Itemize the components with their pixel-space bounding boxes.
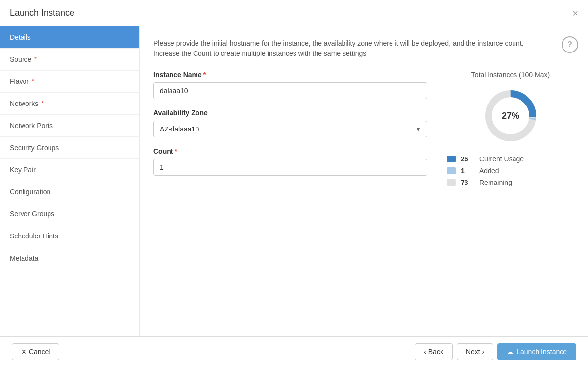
sidebar-label: Metadata bbox=[10, 254, 38, 262]
required-star-source: * bbox=[34, 56, 37, 63]
sidebar-label: Flavor bbox=[10, 78, 29, 85]
main-content: ? Please provide the initial hostname fo… bbox=[140, 26, 588, 336]
sidebar-item-network-ports[interactable]: Network Ports bbox=[0, 115, 139, 137]
required-star-networks: * bbox=[41, 100, 44, 107]
availability-zone-select[interactable]: AZ-dalaaa10 bbox=[153, 121, 427, 137]
availability-zone-wrapper: AZ-dalaaa10 ▼ bbox=[153, 121, 427, 137]
legend-text-current-usage: Current Usage bbox=[479, 155, 524, 163]
form-section: Instance Name * Availability Zone AZ-dal… bbox=[153, 71, 427, 186]
chart-legend: 26 Current Usage 1 Added 73 Remaining bbox=[447, 155, 574, 186]
launch-instance-label: Launch Instance bbox=[516, 348, 567, 356]
sidebar-label: Server Groups bbox=[10, 210, 54, 218]
modal-header: Launch Instance × bbox=[0, 0, 588, 26]
back-button[interactable]: ‹ Back bbox=[415, 343, 453, 360]
sidebar-item-source[interactable]: Source * bbox=[0, 49, 139, 71]
launch-instance-button[interactable]: ☁ Launch Instance bbox=[497, 343, 576, 360]
donut-percentage-label: 27% bbox=[481, 86, 540, 145]
availability-zone-label: Availability Zone bbox=[153, 109, 427, 117]
legend-color-current-usage bbox=[447, 156, 456, 162]
sidebar-item-flavor[interactable]: Flavor * bbox=[0, 71, 139, 93]
sidebar-item-key-pair[interactable]: Key Pair bbox=[0, 159, 139, 181]
next-button[interactable]: Next › bbox=[457, 343, 493, 360]
sidebar-label: Security Groups bbox=[10, 144, 59, 152]
sidebar-label: Networks bbox=[10, 100, 38, 107]
sidebar-label: Scheduler Hints bbox=[10, 232, 58, 240]
legend-text-added: Added bbox=[479, 167, 499, 175]
required-star-flavor: * bbox=[32, 78, 34, 85]
legend-color-remaining bbox=[447, 179, 456, 186]
description-text: Please provide the initial hostname for … bbox=[153, 38, 574, 59]
sidebar-label: Details bbox=[10, 33, 31, 41]
sidebar-item-metadata[interactable]: Metadata bbox=[0, 247, 139, 269]
sidebar-item-server-groups[interactable]: Server Groups bbox=[0, 203, 139, 225]
modal-footer: ✕ Cancel ‹ Back Next › ☁ Launch Instance bbox=[0, 336, 588, 367]
legend-item-remaining: 73 Remaining bbox=[447, 179, 574, 186]
legend-number-current-usage: 26 bbox=[461, 155, 474, 163]
footer-right: ‹ Back Next › ☁ Launch Instance bbox=[415, 343, 576, 360]
count-input[interactable] bbox=[153, 159, 427, 176]
legend-color-added bbox=[447, 167, 456, 174]
help-button[interactable]: ? bbox=[562, 36, 578, 53]
sidebar-label: Network Ports bbox=[10, 122, 53, 130]
sidebar-label: Source bbox=[10, 55, 31, 63]
required-star-count: * bbox=[174, 147, 177, 155]
sidebar-item-details[interactable]: Details bbox=[0, 26, 139, 49]
chart-title: Total Instances (100 Max) bbox=[447, 71, 574, 79]
cancel-button[interactable]: ✕ Cancel bbox=[12, 343, 59, 360]
instance-name-label: Instance Name * bbox=[153, 71, 427, 79]
count-label: Count * bbox=[153, 147, 427, 155]
sidebar-item-security-groups[interactable]: Security Groups bbox=[0, 137, 139, 159]
modal-title: Launch Instance bbox=[10, 8, 74, 18]
sidebar-item-configuration[interactable]: Configuration bbox=[0, 181, 139, 203]
sidebar-label: Configuration bbox=[10, 188, 50, 196]
legend-text-remaining: Remaining bbox=[479, 179, 512, 186]
content-layout: Instance Name * Availability Zone AZ-dal… bbox=[153, 71, 574, 186]
launch-instance-modal: Launch Instance × DetailsSource *Flavor … bbox=[0, 0, 588, 367]
donut-wrapper: 27% bbox=[481, 86, 540, 145]
sidebar: DetailsSource *Flavor *Networks *Network… bbox=[0, 26, 140, 336]
donut-chart: 27% bbox=[447, 86, 574, 145]
close-button[interactable]: × bbox=[572, 8, 578, 18]
sidebar-label: Key Pair bbox=[10, 166, 36, 174]
legend-item-added: 1 Added bbox=[447, 167, 574, 175]
modal-body: DetailsSource *Flavor *Networks *Network… bbox=[0, 26, 588, 336]
required-star-name: * bbox=[203, 71, 206, 79]
sidebar-item-networks[interactable]: Networks * bbox=[0, 93, 139, 115]
legend-number-remaining: 73 bbox=[461, 179, 474, 186]
chart-section: Total Instances (100 Max) bbox=[447, 71, 574, 186]
legend-number-added: 1 bbox=[461, 167, 474, 175]
instance-name-input[interactable] bbox=[153, 82, 427, 99]
footer-left: ✕ Cancel bbox=[12, 343, 59, 360]
legend-item-current-usage: 26 Current Usage bbox=[447, 155, 574, 163]
sidebar-item-scheduler-hints[interactable]: Scheduler Hints bbox=[0, 225, 139, 247]
launch-cloud-icon: ☁ bbox=[507, 348, 514, 356]
